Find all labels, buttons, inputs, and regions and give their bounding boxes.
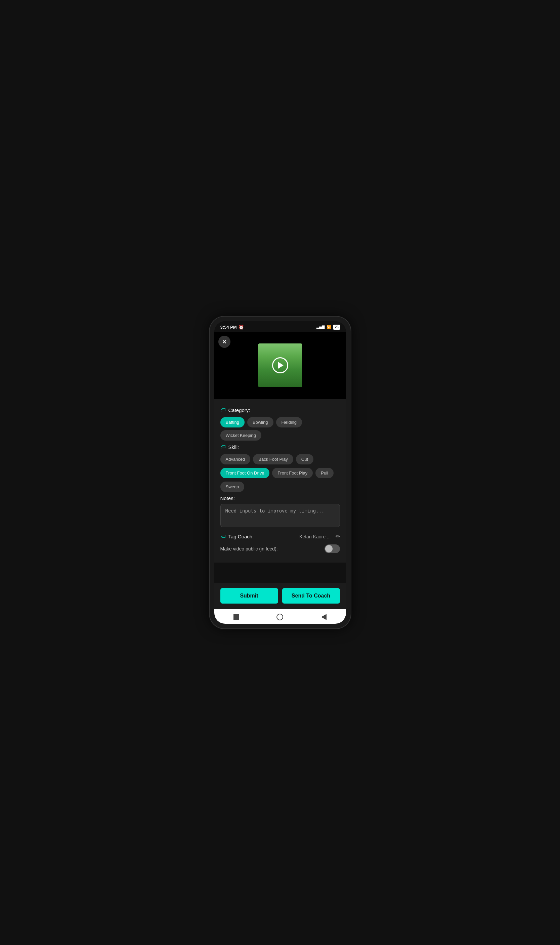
chip-batting[interactable]: Batting xyxy=(220,417,245,428)
phone-frame: 3:54 PM ⏰ ▁▃▅▇ 🛜 25 ✕ 🏷 Category: xyxy=(209,317,351,628)
skill-chips-row2: Front Foot On Drive Front Foot Play Pull xyxy=(220,468,340,478)
chip-pull[interactable]: Pull xyxy=(315,468,334,478)
battery-icon: 25 xyxy=(333,325,340,330)
chip-bowling[interactable]: Bowling xyxy=(247,417,274,428)
chip-wicket-keeping[interactable]: Wicket Keeping xyxy=(220,430,262,440)
tag-coach-icon: 🏷 xyxy=(220,534,226,540)
notes-label: Notes: xyxy=(220,496,340,501)
chip-sweep[interactable]: Sweep xyxy=(220,482,245,492)
toggle-knob xyxy=(325,545,332,553)
public-toggle-row: Make video public (in feed): xyxy=(220,545,340,553)
tag-coach-value: Ketan Kaore ... xyxy=(256,534,332,539)
public-toggle[interactable] xyxy=(325,545,340,553)
skill-tag-icon: 🏷 xyxy=(220,444,226,450)
status-bar: 3:54 PM ⏰ ▁▃▅▇ 🛜 25 xyxy=(214,321,346,332)
status-time: 3:54 PM ⏰ xyxy=(220,325,244,330)
skill-chips-row1: Advanced Back Foot Play Cut xyxy=(220,454,340,465)
signal-icon: ▁▃▅▇ xyxy=(314,325,325,329)
send-to-coach-button[interactable]: Send To Coach xyxy=(282,588,340,603)
tag-coach-label: Tag Coach: xyxy=(228,534,254,539)
play-icon xyxy=(278,362,283,369)
public-label: Make video public (in feed): xyxy=(220,546,278,551)
chip-advanced[interactable]: Advanced xyxy=(220,454,251,465)
nav-home-icon[interactable] xyxy=(276,613,284,621)
category-label: Category: xyxy=(228,407,250,413)
notes-input[interactable]: Need inputs to improve my timing... xyxy=(220,504,340,527)
status-icons: ▁▃▅▇ 🛜 25 xyxy=(314,325,340,330)
wifi-icon: 🛜 xyxy=(326,325,331,329)
chip-back-foot-play[interactable]: Back Foot Play xyxy=(253,454,293,465)
nav-back-icon[interactable] xyxy=(320,613,328,621)
submit-button[interactable]: Submit xyxy=(220,588,278,603)
skill-label: Skill: xyxy=(228,444,239,450)
nav-bar xyxy=(214,609,346,624)
category-tag-icon: 🏷 xyxy=(220,407,226,413)
skill-section: 🏷 Skill: xyxy=(220,444,340,450)
bottom-buttons: Submit Send To Coach xyxy=(214,583,346,609)
video-thumbnail[interactable] xyxy=(258,343,302,387)
chip-cut[interactable]: Cut xyxy=(296,454,314,465)
chip-front-foot-on-drive[interactable]: Front Foot On Drive xyxy=(220,468,270,478)
play-button[interactable] xyxy=(272,357,288,373)
category-chips: Batting Bowling Fielding Wicket Keeping xyxy=(220,417,340,440)
video-area: ✕ xyxy=(214,332,346,399)
close-button[interactable]: ✕ xyxy=(218,336,231,348)
tag-coach-row: 🏷 Tag Coach: Ketan Kaore ... ✏ xyxy=(220,533,340,540)
chip-fielding[interactable]: Fielding xyxy=(276,417,302,428)
phone-screen: 3:54 PM ⏰ ▁▃▅▇ 🛜 25 ✕ 🏷 Category: xyxy=(214,321,346,624)
nav-square-icon[interactable] xyxy=(232,613,240,621)
edit-coach-icon[interactable]: ✏ xyxy=(335,533,340,540)
form-content: 🏷 Category: Batting Bowling Fielding Wic… xyxy=(214,399,346,563)
chip-front-foot-play[interactable]: Front Foot Play xyxy=(272,468,313,478)
skill-chips-row3: Sweep xyxy=(220,482,340,492)
category-section: 🏷 Category: xyxy=(220,407,340,413)
